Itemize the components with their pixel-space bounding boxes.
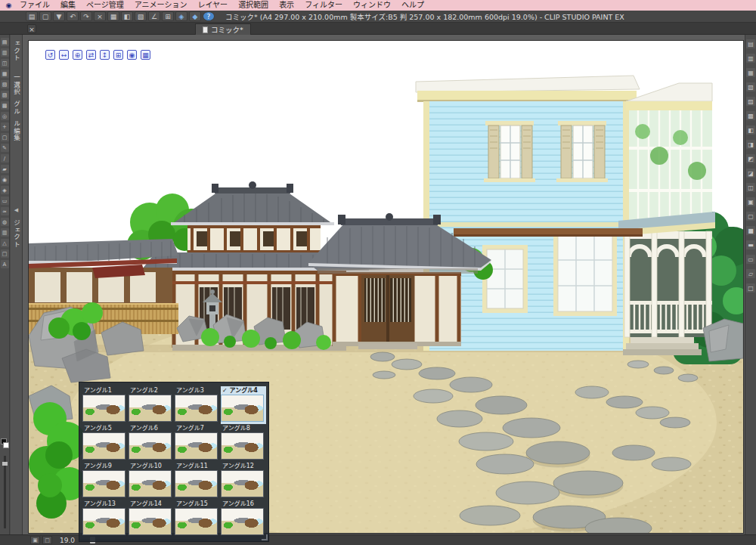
brush-tool-icon[interactable]: ▰ <box>1 165 9 173</box>
app-logo-icon[interactable]: ◉ <box>3 1 14 10</box>
sub-color-chip[interactable] <box>3 442 9 448</box>
frame-border-tool-icon[interactable]: □ <box>1 249 9 258</box>
panel-icon[interactable]: ■ <box>746 226 755 235</box>
angle-thumbnail[interactable] <box>175 470 218 497</box>
menu-item[interactable]: ヘルプ <box>396 0 429 11</box>
angle-item[interactable]: アングル5 <box>82 424 128 462</box>
menu-item[interactable]: 編集 <box>55 0 81 11</box>
grid-icon[interactable]: ⊞ <box>162 11 174 21</box>
object-mode-icon[interactable]: ◆ <box>189 11 201 21</box>
panel-resize-grip[interactable] <box>262 534 268 540</box>
3d-control-icon[interactable]: ↕ <box>100 50 110 60</box>
panel-icon[interactable]: ▭ <box>746 255 755 264</box>
object-tool-icon[interactable]: ▢ <box>1 133 9 141</box>
angle-thumbnail[interactable] <box>129 432 172 460</box>
collapse-arrow-icon[interactable]: ◀ <box>14 207 20 214</box>
panel-icon[interactable]: □ <box>746 283 755 293</box>
invert-selection-icon[interactable]: ◧ <box>121 11 133 21</box>
color-chips[interactable] <box>1 438 9 449</box>
angle-item[interactable]: ✓ アングル4 <box>221 386 266 424</box>
angle-item[interactable]: アングル14 <box>129 500 174 537</box>
panel-icon[interactable]: ◫ <box>746 183 755 192</box>
move-tool-icon[interactable]: + <box>1 122 9 131</box>
airbrush-tool-icon[interactable]: ◉ <box>1 175 9 184</box>
angle-item[interactable]: アングル6 <box>129 424 174 462</box>
zoom-tool-icon[interactable]: ◎ <box>1 112 9 120</box>
new-canvas-icon[interactable]: ▢ <box>39 11 51 21</box>
opacity-slider[interactable] <box>4 456 6 528</box>
menu-item[interactable]: レイヤー <box>192 0 233 11</box>
quick-access-icon[interactable]: ▤ <box>1 38 9 46</box>
collapsed-palette-tab[interactable]: ェクト <box>12 40 21 62</box>
eraser-tool-icon[interactable]: ▭ <box>1 197 9 205</box>
panel-icon[interactable]: ◨ <box>746 140 755 149</box>
panel-icon[interactable]: ▤ <box>746 39 755 48</box>
menu-item[interactable]: 表示 <box>274 0 299 11</box>
figure-tool-icon[interactable]: △ <box>1 239 9 247</box>
angle-thumbnail[interactable] <box>129 470 172 497</box>
undo-icon[interactable]: ↶ <box>67 11 79 21</box>
angle-item[interactable]: アングル3 <box>175 386 220 424</box>
angle-thumbnail[interactable] <box>82 432 125 460</box>
menu-item[interactable]: ファイル <box>14 0 55 11</box>
collapsed-palette-tab[interactable]: ジェクト <box>12 219 21 248</box>
close-tab-icon[interactable]: × <box>27 24 36 33</box>
camera-mode-icon[interactable]: ◈ <box>175 11 187 21</box>
document-tab[interactable]: コミック* <box>195 23 251 35</box>
navigator-panel-icon[interactable]: ◫ <box>1 59 9 67</box>
subview-panel-icon[interactable]: ▦ <box>1 70 9 78</box>
3d-control-icon[interactable]: ▦ <box>141 50 150 60</box>
angle-thumbnail[interactable] <box>82 508 125 535</box>
snap-ruler-icon[interactable]: ∠ <box>148 11 160 21</box>
actual-size-icon[interactable]: □ <box>42 536 52 544</box>
info-panel-icon[interactable]: ▩ <box>1 101 9 110</box>
menu-item[interactable]: フィルター <box>299 0 348 11</box>
blend-tool-icon[interactable]: ≈ <box>1 207 9 215</box>
angle-item[interactable]: アングル2 <box>129 386 174 424</box>
menu-item[interactable]: アニメーション <box>129 0 193 11</box>
text-tool-icon[interactable]: A <box>1 260 9 268</box>
3d-control-icon[interactable]: ◉ <box>127 50 137 60</box>
angle-thumbnail[interactable] <box>221 470 264 497</box>
angle-item[interactable]: アングル1 <box>82 386 128 424</box>
history-panel-icon[interactable]: ▨ <box>1 91 9 99</box>
save-icon[interactable]: ▼ <box>53 11 65 21</box>
panel-icon[interactable]: ◧ <box>746 125 755 135</box>
gradient-tool-icon[interactable]: ▥ <box>1 228 9 237</box>
collapsed-palette-tab[interactable]: 一選択 <box>12 74 21 96</box>
fit-to-screen-icon[interactable]: ▣ <box>30 536 40 544</box>
panel-icon[interactable]: ▦ <box>746 68 755 77</box>
material-panel-icon[interactable]: ▥ <box>1 48 9 57</box>
deselect-icon[interactable]: ▦ <box>107 11 119 21</box>
angle-thumbnail[interactable] <box>221 508 264 535</box>
3d-control-icon[interactable]: ⇄ <box>86 50 96 60</box>
3d-control-icon[interactable]: ↺ <box>45 50 55 60</box>
pencil-tool-icon[interactable]: ∕ <box>1 154 9 163</box>
decoration-tool-icon[interactable]: ◈ <box>1 186 9 194</box>
angle-item[interactable]: アングル8 <box>221 424 266 462</box>
collapsed-palette-tab[interactable]: グル <box>12 101 21 115</box>
panel-icon[interactable]: ◪ <box>746 169 755 178</box>
3d-control-icon[interactable]: ⊞ <box>113 50 123 60</box>
redo-icon[interactable]: ↷ <box>80 11 92 21</box>
selection-border-icon[interactable]: ▧ <box>135 11 147 21</box>
panel-icon[interactable]: ▧ <box>746 82 755 91</box>
angle-item[interactable]: アングル12 <box>221 462 266 500</box>
3d-control-icon[interactable]: ⊕ <box>73 50 82 60</box>
page-manager-icon[interactable]: ▤ <box>26 11 38 21</box>
angle-thumbnail[interactable] <box>221 432 264 460</box>
collapsed-palette-tab[interactable]: ル編集 <box>12 120 21 142</box>
angle-thumbnail[interactable] <box>82 470 125 497</box>
angle-thumbnail[interactable] <box>221 395 264 422</box>
menu-item[interactable]: 選択範囲 <box>233 0 274 11</box>
angle-thumbnail[interactable] <box>129 395 172 422</box>
menu-item[interactable]: ページ管理 <box>81 0 129 11</box>
angle-item[interactable]: アングル11 <box>175 462 220 500</box>
panel-icon[interactable]: ▬ <box>746 240 755 249</box>
angle-thumbnail[interactable] <box>175 432 218 460</box>
panel-icon[interactable]: ▩ <box>746 111 755 120</box>
panel-icon[interactable]: ▨ <box>746 97 755 106</box>
panel-icon[interactable]: ▣ <box>746 197 755 206</box>
pen-tool-icon[interactable]: ✎ <box>1 144 9 152</box>
panel-icon[interactable]: ▢ <box>746 212 755 221</box>
